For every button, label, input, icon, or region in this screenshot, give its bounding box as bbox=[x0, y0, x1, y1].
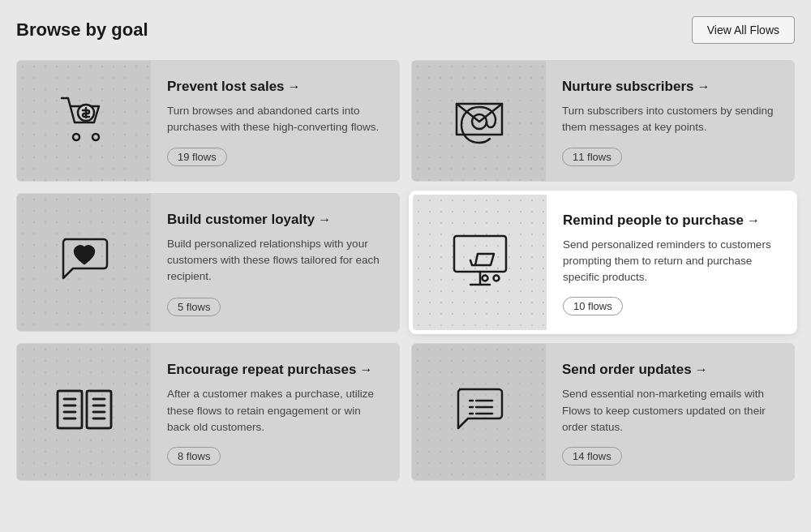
card-icon-area bbox=[412, 61, 546, 181]
card-body: Remind people to purchase → Send persona… bbox=[547, 195, 793, 331]
card-title: Send order updates → bbox=[562, 362, 778, 378]
card-body: Prevent lost sales → Turn browses and ab… bbox=[151, 61, 399, 181]
goal-card-send-order-updates[interactable]: Send order updates → Send essential non-… bbox=[411, 343, 795, 481]
svg-point-5 bbox=[482, 276, 487, 281]
svg-point-6 bbox=[493, 276, 499, 281]
card-title: Build customer loyalty → bbox=[167, 212, 383, 228]
page-title: Browse by goal bbox=[16, 19, 148, 41]
svg-rect-7 bbox=[58, 391, 82, 428]
card-title: Prevent lost sales → bbox=[167, 79, 383, 95]
svg-rect-11 bbox=[87, 391, 111, 428]
flow-count-badge: 14 flows bbox=[562, 447, 622, 466]
card-arrow-icon: → bbox=[359, 363, 372, 377]
card-body: Build customer loyalty → Build personali… bbox=[151, 194, 399, 332]
card-description: Send essential non-marketing emails with… bbox=[562, 386, 778, 435]
flow-count-badge: 19 flows bbox=[167, 148, 227, 166]
card-description: After a customer makes a purchase, utili… bbox=[167, 386, 383, 435]
card-title: Nurture subscribers → bbox=[562, 79, 778, 95]
card-body: Encourage repeat purchases → After a cus… bbox=[151, 344, 399, 480]
card-title: Encourage repeat purchases → bbox=[167, 362, 383, 378]
card-description: Turn subscribers into customers by sendi… bbox=[562, 103, 778, 136]
card-icon-area bbox=[17, 194, 151, 332]
goal-card-build-customer-loyalty[interactable]: Build customer loyalty → Build personali… bbox=[16, 193, 400, 332]
view-all-flows-button[interactable]: View All Flows bbox=[692, 16, 795, 44]
goal-card-prevent-lost-sales[interactable]: Prevent lost sales → Turn browses and ab… bbox=[16, 60, 400, 182]
card-body: Send order updates → Send essential non-… bbox=[546, 344, 794, 480]
svg-rect-10 bbox=[58, 391, 82, 428]
svg-rect-8 bbox=[87, 391, 111, 428]
open-book-icon bbox=[54, 386, 114, 438]
svg-point-1 bbox=[92, 134, 99, 140]
cart-dollar-icon bbox=[55, 90, 114, 152]
goal-card-encourage-repeat[interactable]: Encourage repeat purchases → After a cus… bbox=[16, 343, 400, 481]
card-description: Send personalized reminders to customers… bbox=[563, 237, 777, 286]
svg-point-0 bbox=[73, 134, 79, 140]
flow-count-badge: 8 flows bbox=[167, 447, 221, 466]
goal-card-nurture-subscribers[interactable]: Nurture subscribers → Turn subscribers i… bbox=[411, 60, 795, 182]
card-title: Remind people to purchase → bbox=[563, 212, 777, 229]
card-arrow-icon: → bbox=[288, 79, 301, 94]
goals-grid: Prevent lost sales → Turn browses and ab… bbox=[16, 60, 795, 481]
card-arrow-icon: → bbox=[695, 363, 708, 377]
card-arrow-icon: → bbox=[747, 213, 760, 228]
card-body: Nurture subscribers → Turn subscribers i… bbox=[546, 61, 794, 181]
list-speech-icon bbox=[452, 383, 507, 441]
card-icon-area bbox=[17, 344, 151, 480]
flow-count-badge: 11 flows bbox=[562, 148, 622, 166]
card-description: Build personalized relationships with yo… bbox=[167, 236, 383, 285]
flow-count-badge: 10 flows bbox=[563, 297, 623, 315]
card-arrow-icon: → bbox=[318, 212, 331, 227]
monitor-cart-icon bbox=[448, 230, 513, 294]
card-description: Turn browses and abandoned carts into pu… bbox=[167, 103, 383, 136]
card-icon-area bbox=[413, 195, 547, 331]
heart-speech-icon bbox=[57, 233, 112, 291]
card-icon-area bbox=[412, 344, 546, 480]
card-arrow-icon: → bbox=[697, 79, 710, 94]
envelope-at-icon bbox=[450, 92, 508, 149]
flow-count-badge: 5 flows bbox=[167, 298, 221, 316]
card-icon-area bbox=[17, 61, 151, 181]
goal-card-remind-people[interactable]: Remind people to purchase → Send persona… bbox=[411, 193, 795, 332]
